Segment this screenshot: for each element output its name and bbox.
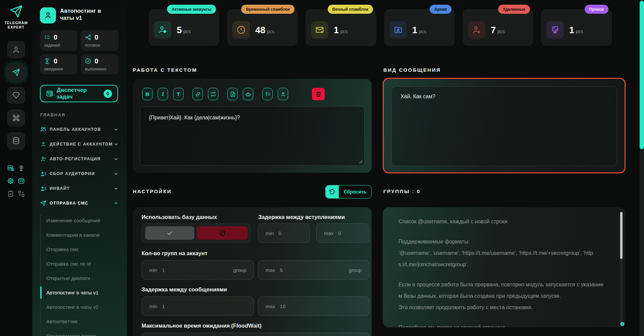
main-content: Активные аккаунты 5pcs Временный спамбло… <box>127 0 644 336</box>
chevron-down-icon <box>113 156 119 162</box>
server-check-icon[interactable] <box>7 164 14 172</box>
placeholder-line: Подробнее см. видео на главной странице. <box>398 322 613 327</box>
card-archive[interactable]: Архив 1pcs <box>384 9 455 46</box>
menu-item-audience-collection[interactable]: СБОР АУДИТОРИИ <box>32 166 127 181</box>
placeholder-line <box>398 270 613 279</box>
stat-value: 0 <box>95 57 98 65</box>
chevron-up-icon <box>113 201 119 206</box>
submenu-item[interactable]: Изменение сообщений <box>32 213 127 228</box>
user-badge-icon <box>44 11 52 20</box>
menu-item-auto-registration[interactable]: АВТО-РЕГИСТРАЦИЯ <box>32 152 127 166</box>
reset-button[interactable]: Сбросить <box>325 185 372 199</box>
clear-text-button[interactable] <box>312 88 325 100</box>
gear-icon[interactable] <box>7 177 14 184</box>
menu-item-account-actions[interactable]: ДЕЙСТВИЕ С АККАУНТОМ <box>32 137 127 152</box>
rail-send-button[interactable] <box>7 64 25 81</box>
menu-item-accounts-panel[interactable]: ПАНЕЛЬ АККАУНТОВ <box>32 122 127 137</box>
join-delay-max-input[interactable]: max0 <box>316 223 369 243</box>
clipboard-check-icon[interactable] <box>7 190 14 197</box>
module-avatar <box>40 7 56 23</box>
text-format-button[interactable]: T <box>173 88 183 100</box>
use-db-toggle[interactable] <box>142 223 251 243</box>
page-scrollbar-thumb[interactable] <box>640 1 644 149</box>
rail-command-button[interactable] <box>7 109 25 127</box>
repeat-icon <box>210 91 216 97</box>
submenu-item[interactable]: Автоответчик <box>32 314 127 329</box>
repeat-button[interactable] <box>208 88 218 100</box>
file-download-icon <box>230 91 236 97</box>
bold-button[interactable]: B <box>142 88 153 100</box>
code-window-icon[interactable] <box>17 177 25 184</box>
stat-tile-threads: 0 потоков <box>81 30 118 51</box>
text-toolbar: B I T <box>142 88 325 100</box>
message-delay-max-input[interactable]: max10 <box>258 296 369 316</box>
brand-line2: EXPERT <box>0 25 32 30</box>
link-icon <box>195 91 201 97</box>
settings-panel: Сбросить Использовать базу данных Задерж… <box>133 207 372 336</box>
text-template-button[interactable] <box>262 88 273 100</box>
link-button[interactable] <box>193 88 203 100</box>
file-import-button[interactable] <box>227 88 238 100</box>
task-manager-button[interactable]: Диспетчер задач 0 <box>40 85 118 102</box>
join-delay-min-input[interactable]: min0 <box>258 223 310 243</box>
groups-resize-grip[interactable] <box>621 322 624 326</box>
task-manager-label: Диспетчер задач <box>57 87 100 100</box>
spintax-textarea[interactable]: {Привет|Хай}. Как {дела|сам|жизнь}? <box>140 106 365 166</box>
stat-value: 0 <box>54 34 57 41</box>
card-active-accounts[interactable]: Активные аккаунты 5pcs <box>149 9 219 46</box>
bot-button[interactable] <box>243 88 253 100</box>
placeholder-line: Список @username, каждый с новой строки. <box>398 216 613 227</box>
menu-item-send-sms[interactable]: ОТПРАВКА СМС <box>32 196 127 211</box>
submenu-item[interactable]: Рандомизатор текста <box>32 329 127 336</box>
message-preview[interactable]: Хай. Как сам? <box>391 87 617 166</box>
brand-line1: TELEGRAM <box>0 21 32 25</box>
rail-accounts-button[interactable] <box>7 41 25 58</box>
placeholder-line: s://t.me/joinchat/secretgroup'. <box>398 259 613 270</box>
menu-item-invite[interactable]: ИНВАЙТ <box>32 181 127 196</box>
resize-handle-icon[interactable] <box>359 160 363 164</box>
placeholder-line <box>398 313 613 322</box>
work-text-panel: B I T <box>133 79 372 173</box>
submenu-item[interactable]: Комментарии в канале <box>32 228 127 242</box>
stat-value: 0 <box>54 57 57 65</box>
gem-icon <box>12 91 20 100</box>
rail-database-button[interactable] <box>7 132 25 150</box>
submenu-item[interactable]: Открытые диалоги <box>32 271 127 285</box>
send-sms-submenu: Изменение сообщений Комментарии в канале… <box>32 213 127 336</box>
message-delay-min-input[interactable]: min1 <box>142 296 254 316</box>
menu-item-label: СБОР АУДИТОРИИ <box>50 171 113 176</box>
submenu-item[interactable]: Отправка смс <box>32 242 127 257</box>
italic-button[interactable]: I <box>158 88 168 100</box>
rail-premium-button[interactable] <box>7 87 25 104</box>
groups-scrollbar-thumb[interactable] <box>620 212 623 259</box>
groups-max-input[interactable]: max5 group <box>258 260 369 280</box>
stat-tile-done: 0 выполнено <box>81 54 118 74</box>
floodwait-input[interactable] <box>142 333 369 336</box>
send-icon <box>40 200 47 207</box>
groups-min-input[interactable]: min1 group <box>142 260 254 280</box>
transfer-icon[interactable] <box>17 190 25 197</box>
groups-placeholder-textarea[interactable]: Список @username, каждый с новой строки.… <box>398 216 613 327</box>
toggle-yes-option[interactable] <box>145 226 194 240</box>
telegram-plane-icon <box>12 68 20 77</box>
toggle-no-option[interactable] <box>197 226 248 240</box>
menu-item-label: ИНВАЙТ <box>50 186 113 191</box>
menu-item-label: ОТПРАВКА СМС <box>50 201 113 206</box>
page: TELEGRAM EXPERT <box>0 0 644 336</box>
trash-icon <box>315 91 322 97</box>
robot-icon <box>245 91 251 97</box>
submenu-item[interactable]: Отправка смс по id <box>32 257 127 271</box>
submenu-item[interactable]: Автопостинг в чаты v2 <box>32 300 127 314</box>
card-deleted[interactable]: Удаленные 7pcs <box>463 9 533 46</box>
circle-slash-icon <box>219 229 226 237</box>
command-icon <box>12 114 20 122</box>
webcam-user-icon[interactable] <box>17 164 25 172</box>
card-temp-spamblock[interactable]: Временный спамблок 48pcs <box>227 9 298 46</box>
user-plus-icon <box>40 156 47 162</box>
card-perm-spamblock[interactable]: Вечный спамблок 1pcs <box>306 9 376 46</box>
chevron-down-icon <box>113 186 119 191</box>
text-lines-icon <box>265 91 271 97</box>
submenu-item-active[interactable]: Автопостинг в чаты v1 <box>32 285 127 300</box>
card-proxy[interactable]: Прокси 1pcs <box>541 9 612 46</box>
username-insert-button[interactable] <box>278 88 288 100</box>
